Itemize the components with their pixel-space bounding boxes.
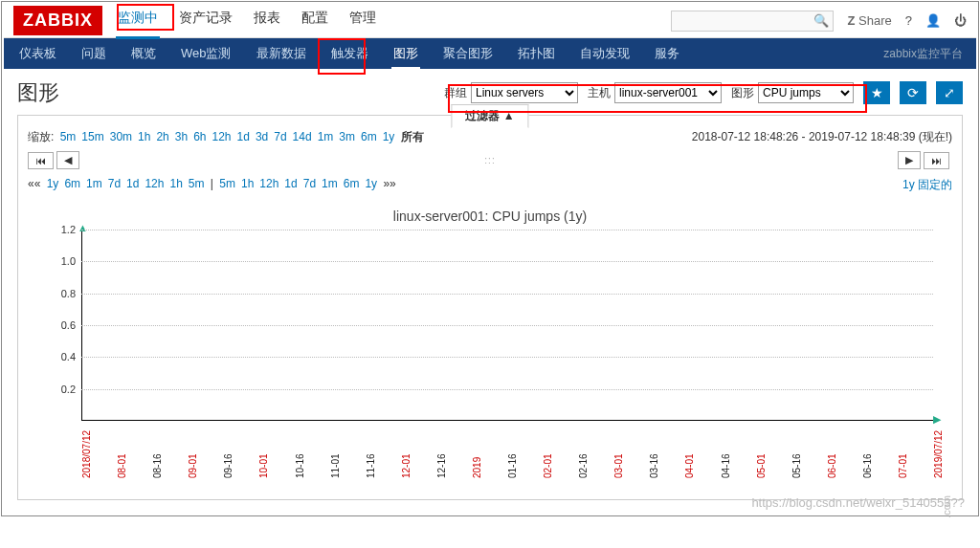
x-tick: 06-16 (862, 453, 872, 478)
group-label: 群组 (444, 85, 467, 101)
subnav-item[interactable]: Web监测 (179, 39, 234, 67)
step-link[interactable]: 7d (303, 177, 316, 190)
fullscreen-button[interactable]: ⤢ (936, 81, 963, 104)
x-tick: 11-16 (366, 453, 375, 478)
step-link[interactable]: 12h (145, 177, 164, 190)
y-tick: 0.8 (61, 288, 81, 299)
x-arrow-icon: ▶ (933, 413, 941, 426)
topnav-item[interactable]: 配置 (300, 3, 330, 39)
chart: linux-server001: CPU jumps (1y) ▲ ▶ 0.20… (18, 201, 962, 499)
step-link[interactable]: 1m (322, 177, 338, 190)
help-icon[interactable]: ? (905, 13, 912, 28)
step-link[interactable]: 5m (189, 177, 205, 190)
favorite-button[interactable]: ★ (863, 81, 890, 104)
x-tick: 01-16 (507, 453, 517, 478)
zoom-link[interactable]: 3m (339, 130, 355, 143)
step-link[interactable]: 5m (219, 177, 235, 190)
x-tick: 10-01 (258, 453, 268, 478)
zoom-link[interactable]: 14d (293, 130, 312, 143)
zoom-link[interactable]: 7d (274, 130, 286, 143)
step-link[interactable]: 6m (64, 177, 80, 190)
time-range: 2018-07-12 18:48:26 - 2019-07-12 18:48:3… (692, 129, 952, 145)
zoom-link[interactable]: 3d (256, 130, 268, 143)
zoom-link[interactable]: 15m (81, 130, 103, 143)
step-link[interactable]: 12h (259, 177, 278, 190)
x-tick: 08-16 (152, 453, 162, 478)
y-tick: 1.2 (61, 224, 81, 235)
zoom-link[interactable]: 1h (138, 130, 150, 143)
topnav-item[interactable]: 监测中 (116, 3, 160, 39)
x-tick: 2019 (472, 457, 481, 478)
step-link[interactable]: 1y (365, 177, 377, 190)
zoom-link[interactable]: 6m (361, 130, 377, 143)
sub-nav: 仪表板问题概览Web监测最新数据触发器图形聚合图形拓扑图自动发现服务 zabbi… (4, 38, 976, 69)
search-icon: 🔍 (813, 13, 829, 28)
x-tick: 05-01 (756, 453, 766, 478)
subnav-item[interactable]: 服务 (653, 39, 681, 67)
nav-last-button[interactable]: ⏭ (924, 152, 949, 169)
x-tick: 05-16 (791, 453, 801, 478)
x-tick: 10-16 (295, 453, 304, 478)
selector-row: 群组 Linux servers 主机 linux-server001 图形 C… (438, 81, 963, 104)
topnav-item[interactable]: 报表 (252, 3, 282, 39)
top-nav: 监测中资产记录报表配置管理 (116, 3, 378, 39)
nav-dots: ::: (82, 155, 898, 165)
share-link[interactable]: Z Share (847, 13, 891, 28)
topnav-item[interactable]: 资产记录 (177, 3, 234, 39)
step-link[interactable]: 7d (108, 177, 121, 190)
nav-prev-button[interactable]: ◀ (56, 151, 79, 169)
topnav-item[interactable]: 管理 (347, 3, 378, 39)
user-icon[interactable]: 👤 (925, 13, 941, 28)
subnav-item[interactable]: 图形 (391, 39, 420, 70)
x-tick: 06-01 (827, 453, 836, 478)
graph-select[interactable]: CPU jumps (758, 82, 854, 103)
search-input[interactable]: 🔍 (671, 11, 834, 32)
x-tick: 08-01 (117, 453, 126, 478)
x-tick: 02-16 (578, 453, 588, 478)
step-link[interactable]: 1d (284, 177, 297, 190)
x-tick: 03-16 (649, 453, 658, 478)
x-tick: 12-01 (401, 453, 411, 478)
step-link[interactable]: 1y (47, 177, 59, 190)
zoom-link[interactable]: 5m (60, 130, 77, 143)
y-tick: 1.0 (61, 255, 81, 267)
refresh-button[interactable]: ⟳ (900, 81, 926, 104)
x-tick: 03-01 (613, 453, 623, 478)
zoom-link[interactable]: 6h (193, 130, 206, 143)
nav-next-button[interactable]: ▶ (898, 151, 921, 169)
subnav-item[interactable]: 聚合图形 (441, 39, 495, 67)
y-tick: 0.6 (61, 319, 81, 331)
subnav-item[interactable]: 拓扑图 (516, 39, 557, 67)
x-tick: 12-16 (436, 453, 446, 478)
filter-panel: 过滤器 ▲ 缩放: 5m15m30m1h2h3h6h12h1d3d7d14d1m… (17, 115, 963, 500)
subnav-item[interactable]: 概览 (129, 39, 158, 67)
zabbix-logo: ZABBIX (13, 6, 102, 35)
zoom-all[interactable]: 所有 (401, 130, 424, 143)
y-tick: 0.4 (61, 351, 81, 362)
x-tick: 04-01 (684, 453, 694, 478)
zoom-link[interactable]: 30m (110, 130, 132, 143)
zoom-link[interactable]: 1m (318, 130, 334, 143)
subnav-item[interactable]: 自动发现 (578, 39, 632, 67)
group-select[interactable]: Linux servers (471, 82, 578, 103)
logout-icon[interactable]: ⏻ (954, 13, 967, 28)
zoom-link[interactable]: 3h (175, 130, 188, 143)
subnav-item[interactable]: 问题 (79, 39, 108, 67)
step-link[interactable]: 1m (86, 177, 102, 190)
step-link[interactable]: 1h (169, 177, 182, 190)
step-link[interactable]: 1h (241, 177, 254, 190)
subnav-item[interactable]: 最新数据 (255, 39, 308, 67)
filter-tab[interactable]: 过滤器 ▲ (451, 104, 528, 128)
x-tick: 2018/07/12 (81, 430, 91, 478)
zoom-link[interactable]: 12h (212, 130, 231, 143)
subnav-item[interactable]: 仪表板 (17, 39, 58, 67)
zoom-link[interactable]: 1y (383, 130, 395, 143)
host-select[interactable]: linux-server001 (614, 82, 722, 103)
nav-first-button[interactable]: ⏮ (28, 152, 54, 169)
zoom-link[interactable]: 1d (237, 130, 250, 143)
step-link[interactable]: 1d (126, 177, 139, 190)
step-link[interactable]: 6m (344, 177, 360, 190)
subnav-item[interactable]: 触发器 (329, 39, 370, 67)
zoom-link[interactable]: 2h (156, 130, 168, 143)
x-tick: 2019/07/12 (933, 430, 943, 478)
